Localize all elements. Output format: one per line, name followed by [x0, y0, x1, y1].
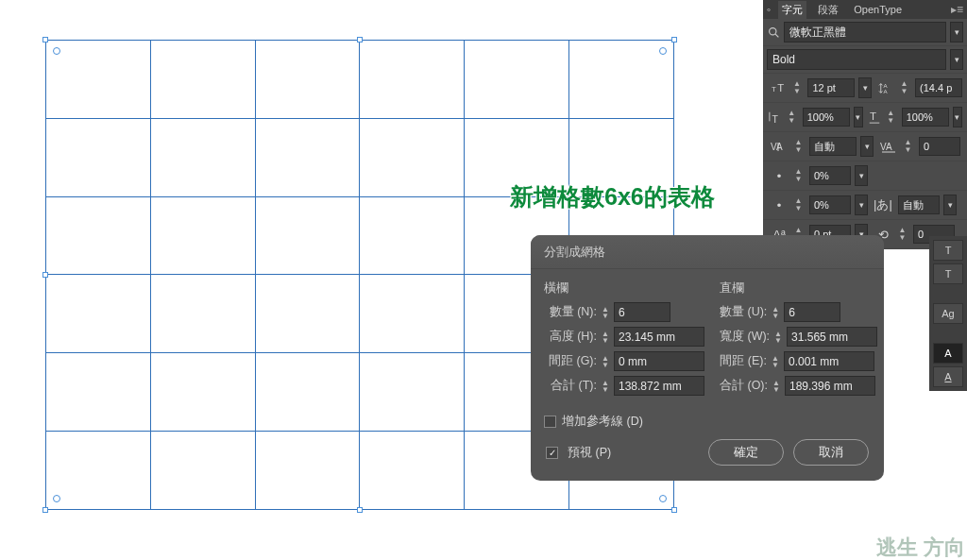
- font-size-stepper[interactable]: ▲▼: [792, 80, 801, 95]
- hscale-input[interactable]: [902, 108, 949, 127]
- appearance-a-fill-button[interactable]: A: [933, 366, 963, 387]
- chevron-down-icon[interactable]: ▾: [858, 77, 871, 98]
- chevron-down-icon[interactable]: ▾: [855, 195, 868, 215]
- vscale-stepper[interactable]: ▲▼: [788, 110, 796, 125]
- kerning-input[interactable]: [809, 137, 857, 156]
- text-tool-button[interactable]: T: [933, 263, 963, 284]
- rows-gutter-stepper[interactable]: ▲▼: [601, 355, 610, 368]
- split-into-grid-dialog: 分割成網格 橫欄 數量 (N): ▲▼ 高度 (H): ▲▼ 間距 (G): ▲…: [531, 235, 884, 481]
- chevron-down-icon[interactable]: ▾: [953, 107, 962, 127]
- registration-mark: [659, 495, 667, 502]
- cols-count-input[interactable]: [784, 302, 840, 322]
- rotation-icon: •: [768, 195, 790, 214]
- aki-icon: |あ|: [872, 195, 894, 214]
- rotation-stepper[interactable]: ▲▼: [794, 197, 803, 212]
- leading-stepper[interactable]: ▲▼: [900, 80, 908, 95]
- aki-auto-input[interactable]: [898, 195, 940, 214]
- dialog-title: 分割成網格: [531, 235, 884, 269]
- tab-paragraph[interactable]: 段落: [814, 1, 842, 19]
- vscale-icon: T: [768, 108, 784, 127]
- tracking-stepper[interactable]: ▲▼: [904, 139, 912, 154]
- rows-total-stepper[interactable]: ▲▼: [601, 380, 610, 393]
- cols-header: 直欄: [720, 280, 877, 297]
- search-icon[interactable]: [767, 25, 780, 39]
- cols-width-stepper[interactable]: ▲▼: [773, 331, 783, 344]
- registration-mark: [53, 47, 60, 55]
- rows-height-label: 高度 (H):: [544, 329, 597, 345]
- chevron-down-icon[interactable]: ▾: [950, 22, 963, 42]
- glyph-button[interactable]: Ag: [933, 303, 963, 324]
- selection-handle[interactable]: [671, 507, 677, 513]
- baseline-stepper[interactable]: ▲▼: [794, 168, 803, 183]
- font-size-icon: TT: [768, 78, 789, 97]
- rows-count-label: 數量 (N):: [544, 304, 597, 320]
- kerning-stepper[interactable]: ▲▼: [794, 139, 803, 154]
- chevron-down-icon[interactable]: ▾: [860, 136, 874, 157]
- rows-header: 橫欄: [544, 280, 704, 297]
- svg-text:VA: VA: [880, 142, 892, 152]
- cols-count-stepper[interactable]: ▲▼: [771, 306, 780, 319]
- annotation-text: 新增格數6x6的表格: [510, 181, 715, 212]
- tracking-icon: VA: [877, 137, 900, 156]
- rows-height-input[interactable]: [614, 327, 704, 347]
- svg-text:T: T: [772, 112, 779, 124]
- character-panel: ◦ 字元 段落 OpenType ▸≡ ▾ ▾ TT ▲▼ ▾ AA ▲▼ T …: [763, 0, 967, 249]
- selection-handle[interactable]: [42, 272, 48, 278]
- tab-opentype[interactable]: OpenType: [850, 2, 906, 17]
- text-tool-button[interactable]: T: [933, 240, 963, 261]
- selection-handle[interactable]: [42, 37, 48, 42]
- rows-count-stepper[interactable]: ▲▼: [601, 306, 610, 319]
- cols-gutter-stepper[interactable]: ▲▼: [771, 355, 780, 368]
- rows-total-input[interactable]: [614, 376, 704, 396]
- baseline-shift-icon: •: [768, 166, 790, 185]
- cols-gutter-input[interactable]: [784, 351, 874, 371]
- kerning-icon: VA: [768, 137, 790, 156]
- rows-gutter-input[interactable]: [614, 351, 704, 371]
- rotation-input[interactable]: [809, 195, 851, 214]
- chevron-down-icon[interactable]: ▾: [950, 49, 963, 70]
- cols-width-label: 寬度 (W):: [720, 329, 770, 345]
- tab-character[interactable]: 字元: [778, 1, 806, 19]
- font-style-input[interactable]: [767, 49, 946, 70]
- cols-gutter-label: 間距 (E):: [720, 353, 767, 369]
- selection-handle[interactable]: [357, 37, 363, 42]
- cancel-button[interactable]: 取消: [793, 439, 869, 466]
- font-family-input[interactable]: [784, 22, 946, 42]
- preview-checkbox[interactable]: ✓: [546, 447, 558, 459]
- panel-menu-icon[interactable]: ▸≡: [951, 3, 963, 16]
- watermark: 逃生 方向: [876, 537, 965, 558]
- chevron-down-icon[interactable]: ▾: [854, 107, 863, 127]
- cols-total-input[interactable]: [785, 376, 875, 396]
- selection-handle[interactable]: [357, 507, 363, 513]
- svg-text:VA: VA: [771, 142, 783, 152]
- chevron-down-icon[interactable]: ▾: [943, 195, 957, 215]
- svg-text:A: A: [883, 88, 888, 94]
- cols-width-input[interactable]: [787, 327, 877, 347]
- appearance-a-button[interactable]: A: [933, 343, 963, 364]
- rows-gutter-label: 間距 (G):: [544, 353, 597, 369]
- hscale-icon: T: [867, 108, 883, 127]
- registration-mark: [53, 495, 60, 502]
- svg-line-1: [775, 34, 778, 37]
- rows-height-stepper[interactable]: ▲▼: [601, 331, 610, 344]
- cols-section: 直欄 數量 (U): ▲▼ 寬度 (W): ▲▼ 間距 (E): ▲▼ 合計 (…: [720, 280, 877, 400]
- tracking-input[interactable]: [919, 137, 960, 156]
- leading-input[interactable]: [915, 78, 962, 97]
- rows-count-input[interactable]: [614, 302, 670, 322]
- add-guides-checkbox[interactable]: [544, 416, 556, 428]
- cols-total-stepper[interactable]: ▲▼: [772, 380, 781, 393]
- svg-point-0: [769, 27, 775, 34]
- vscale-input[interactable]: [803, 108, 850, 127]
- hscale-stepper[interactable]: ▲▼: [887, 110, 895, 125]
- chevron-down-icon[interactable]: ▾: [855, 165, 868, 186]
- registration-mark: [659, 47, 667, 55]
- aki-right-stepper[interactable]: ▲▼: [898, 227, 907, 242]
- svg-text:T: T: [777, 82, 784, 93]
- font-size-input[interactable]: [807, 78, 855, 97]
- cols-total-label: 合計 (O):: [720, 378, 768, 394]
- selection-handle[interactable]: [42, 507, 48, 513]
- preview-label: 預視 (P): [568, 445, 611, 461]
- baseline-input[interactable]: [809, 166, 851, 185]
- ok-button[interactable]: 確定: [708, 439, 784, 466]
- selection-handle[interactable]: [671, 37, 677, 42]
